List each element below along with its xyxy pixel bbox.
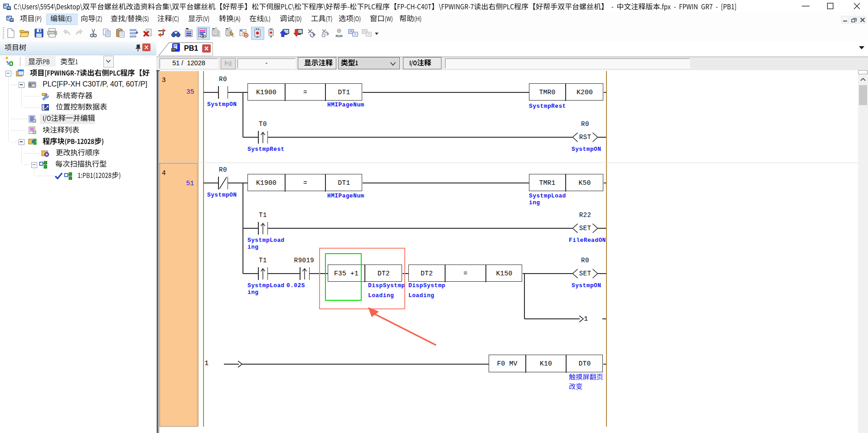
svg-text:RUN: RUN: [335, 34, 342, 38]
